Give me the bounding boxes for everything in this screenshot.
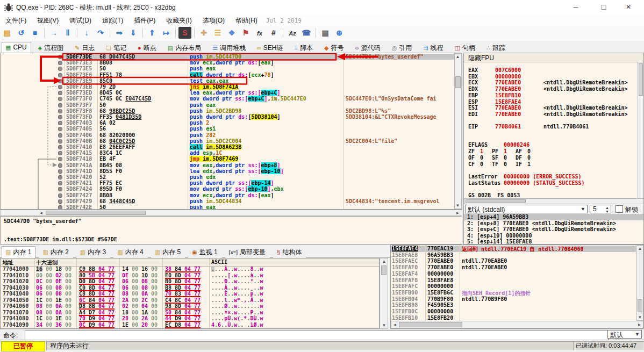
arg-row[interactable]: 5: [esp+14] 15E8FAE8 [464, 239, 644, 245]
stack-row[interactable]: 15E8FB04770B9F80ntdll.770B9F80 [391, 296, 636, 303]
pause-icon[interactable]: ‖ [61, 27, 74, 39]
disasm-row[interactable]: 5D8F73E6FF51 78call dword ptr ds:[ecx+78… [1, 72, 462, 78]
disasm-row[interactable]: 5D8F741A8B45 08mov eax,dword ptr ss:[ebp… [1, 162, 462, 168]
tab-源代码[interactable]: ‹›源代码 [351, 42, 384, 53]
stop-icon[interactable]: ■ [28, 27, 41, 39]
close-button[interactable]: ✕ [616, 0, 641, 15]
registers-hscrollbar[interactable] [464, 198, 644, 204]
chevron-down-icon[interactable]: ▼ [581, 205, 587, 212]
stack-row[interactable]: 15E8FAF0770EABE0ntdll.770EABE0 [391, 264, 636, 271]
dump-byte[interactable]: 00 [65, 278, 71, 284]
run-icon[interactable]: → [47, 27, 60, 39]
scroll-left-arrow[interactable]: ◄ [392, 322, 398, 328]
command-profile-select[interactable]: 默认 ▼ [607, 330, 642, 339]
scroll-down-arrow[interactable]: ▼ [381, 322, 387, 328]
dump-byte[interactable]: 02 [55, 272, 62, 278]
dump-byte[interactable]: 00 [151, 272, 158, 278]
globe-icon[interactable]: ⊕ [333, 27, 346, 39]
tab-内存 4[interactable]: ▥内存 4 [113, 246, 147, 258]
dump-byte[interactable]: 00 [65, 297, 71, 303]
disasm-row[interactable]: 5D8F73FDFF35 0481D35Dpush dword ptr ds:[… [1, 114, 462, 120]
tab-内存 5[interactable]: ▥内存 5 [151, 246, 185, 258]
dump-byte[interactable]: 0A [141, 291, 148, 297]
dump-byte[interactable]: 00 [65, 322, 71, 328]
tab-句柄[interactable]: ◫句柄 [451, 42, 480, 53]
menu-item[interactable]: 收藏夹(I) [161, 15, 197, 27]
dump-byte[interactable]: 34 [36, 322, 42, 328]
disasm-row[interactable]: 5D8F73ED8D45 0Clea eax,dword ptr ss:[ebp… [1, 90, 462, 96]
dump-byte[interactable]: 0C [36, 278, 42, 284]
patch-file-icon[interactable]: ✚ [197, 27, 210, 39]
tab-内存 2[interactable]: ▥内存 2 [39, 246, 73, 258]
dump-byte[interactable]: 28 [122, 315, 128, 321]
tab-调用堆栈[interactable]: ☰调用堆栈 [209, 42, 250, 53]
arg-row[interactable]: 3: [esp+C] 770EABE0 <ntdll.DbgUiRemoteBr… [464, 226, 644, 233]
dump-byte[interactable]: 00 [46, 285, 52, 291]
dump-byte[interactable]: 0A [55, 310, 62, 315]
stack-row[interactable]: 15E8FAF815E8FAE8 [391, 277, 636, 284]
run-to-user-code-icon[interactable]: ↦ [160, 27, 173, 39]
dump-byte[interactable]: 00 [65, 310, 71, 315]
disasm-row[interactable]: 5D8F740668 82020000push 282 [1, 132, 462, 138]
dump-row[interactable]: 770410200C000E00D08D047706000800B08D0477… [1, 278, 380, 285]
dump-byte[interactable]: 36 [55, 322, 62, 328]
tab-符号[interactable]: ◆符号 [320, 42, 348, 53]
dump-byte[interactable]: 00 [36, 272, 42, 278]
menu-item[interactable]: 帮助(H) [230, 15, 263, 27]
dump-byte[interactable]: 04 [141, 303, 148, 309]
dump-byte[interactable]: 1C [36, 315, 42, 321]
dump-byte[interactable]: 00 [65, 272, 71, 278]
dump-row[interactable]: 770410501C001E006C8404772A002C00C48C0477… [1, 297, 380, 304]
phone-icon[interactable]: ☎ [300, 27, 313, 39]
dump-byte[interactable]: 00 [151, 285, 158, 291]
run-to-cursor-icon[interactable]: ⇒ [113, 27, 126, 39]
dump-byte[interactable]: 2A [141, 315, 148, 321]
dump-vscrollbar[interactable]: ▲ ▼ [380, 258, 388, 329]
dump-byte[interactable]: 00 [46, 310, 52, 315]
scroll-right-arrow[interactable]: ► [636, 322, 642, 328]
dump-byte[interactable]: 00 [151, 315, 158, 321]
scroll-up-arrow[interactable]: ▲ [455, 54, 461, 60]
command-input[interactable] [25, 330, 609, 341]
step-over-icon[interactable]: ↷ [94, 27, 107, 39]
dump-byte[interactable]: 00 [132, 278, 138, 284]
dump-row[interactable]: 7704104006000800C88D047708000A0070830477… [1, 291, 380, 297]
menu-item[interactable]: 调试(D) [64, 15, 97, 27]
dump-byte[interactable]: 00 [151, 297, 158, 303]
tab-内存 1[interactable]: ▥内存 1 [2, 246, 35, 258]
dump-byte[interactable]: 00 [46, 291, 52, 297]
disasm-row[interactable]: 5D8F74278B08mov ecx,dword ptr ds:[eax] [1, 192, 462, 198]
dump-byte[interactable]: 1A [141, 310, 148, 315]
scroll-down-arrow[interactable]: ▼ [637, 314, 643, 320]
disasm-row[interactable]: 5D8F73F750push eax [1, 102, 462, 108]
restart-icon[interactable]: ↺ [15, 27, 27, 39]
stack-hscrollbar[interactable]: ◄ ► [391, 321, 643, 328]
arg-row[interactable]: 2: [esp+8] 770EABE0 <ntdll.DbgUiRemoteBr… [464, 220, 644, 227]
dump-row[interactable]: 7704103006000800C08D047706000800B88D0477… [1, 285, 380, 291]
scroll-right-arrow[interactable]: ► [455, 210, 461, 216]
tab-内存布局[interactable]: ▤内存布局 [164, 42, 205, 53]
execute-till-return-icon[interactable]: ⇑ [146, 27, 159, 39]
stack-row[interactable]: 15E8FAFC00000000 [391, 283, 636, 290]
disasm-row[interactable]: 5D8F74036A 02push 2 [1, 120, 462, 126]
stack-row[interactable]: 15E8FAE4770EAC19返回到 ntdll.770EAC19 自 ntd… [391, 246, 636, 252]
dump-byte[interactable]: 08 [36, 310, 42, 315]
dump-byte[interactable]: 00 [132, 285, 138, 291]
menu-item[interactable]: 插件(P) [128, 15, 161, 27]
tab-日志[interactable]: ✎日志 [71, 42, 99, 53]
registers-vscrollbar[interactable] [638, 62, 644, 198]
scroll-up-arrow[interactable]: ▲ [381, 258, 387, 264]
maximize-button[interactable]: □ [591, 0, 616, 15]
label-icon[interactable]: ❖ [225, 27, 238, 39]
disasm-row[interactable]: 5D8F73F868 98BDC25Dpush im.5DC2BD985DC2B… [1, 108, 462, 114]
dump-byte[interactable]: 00 [151, 303, 158, 309]
dump-row[interactable]: 770410801C001E0070D9047728002A0044D90477… [1, 315, 380, 322]
dump-byte[interactable]: 00 [65, 303, 71, 309]
dump-byte[interactable]: 00 [132, 297, 138, 303]
dump-byte[interactable]: 20 [141, 322, 148, 328]
disasm-row[interactable]: 5D8F73EB79 2Djns im.5D8F741A [1, 84, 462, 90]
dump-byte[interactable]: 00 [151, 322, 158, 328]
dump-byte[interactable]: 18 [122, 310, 128, 315]
dump-byte[interactable]: 16 [36, 266, 42, 272]
disasm-row[interactable]: 5D8F740B68 04C0C25Dpush im.5DC2C0045DC2C… [1, 138, 462, 144]
